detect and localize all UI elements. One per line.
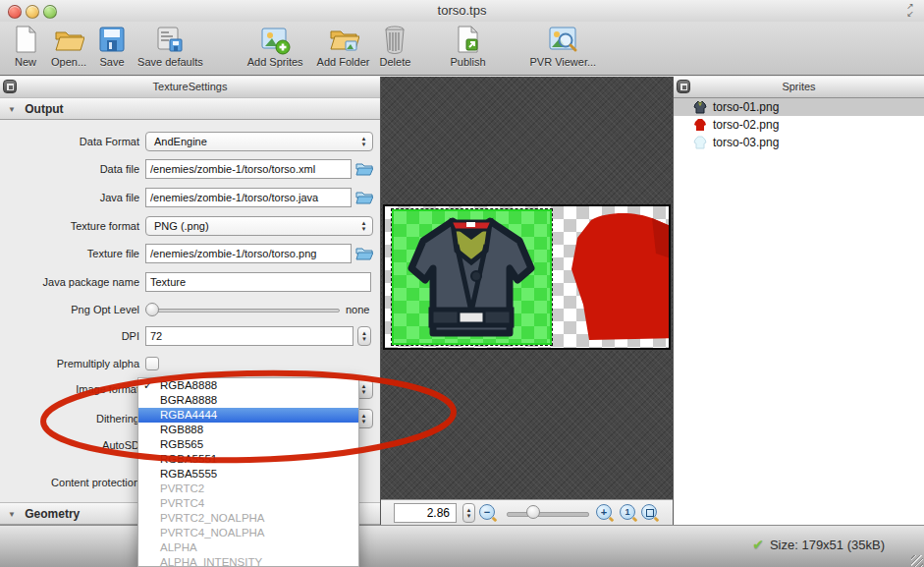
save-defaults-icon — [154, 24, 186, 55]
disclosure-triangle-icon: ▼ — [8, 503, 16, 526]
panel-title: TextureSettings — [153, 81, 228, 92]
png-opt-level-value: none — [346, 300, 369, 319]
texture-preview-area: ▲▼ − + 1 — [381, 77, 673, 525]
menu-item-rgb565[interactable]: RGB565 — [138, 437, 358, 452]
toolbar: New Open... Save Save defaults Add Sprit… — [0, 22, 924, 76]
zoom-in-button[interactable]: + — [596, 504, 612, 520]
zoom-fit-button[interactable] — [641, 504, 657, 520]
disclosure-triangle-icon: ▼ — [8, 98, 16, 121]
content-protection-label: Content protection — [0, 473, 139, 492]
new-document-icon — [10, 24, 41, 55]
detach-panel-icon[interactable] — [3, 80, 17, 93]
menu-item-rgba8888[interactable]: ✓ RGBA8888 — [138, 378, 358, 393]
panel-title: Sprites — [782, 81, 815, 92]
menu-item-pvrtc4: PVRTC4 — [138, 496, 358, 511]
detach-panel-icon[interactable] — [677, 80, 690, 93]
texture-format-row: Texture format PNG (.png) ▲▼ — [0, 216, 381, 236]
new-button[interactable]: New — [10, 24, 41, 68]
java-file-row: Java file — [0, 188, 381, 207]
delete-button[interactable]: Delete — [379, 24, 410, 68]
browse-folder-icon[interactable] — [355, 246, 373, 260]
sprite-torso-02[interactable] — [554, 210, 671, 348]
texture-format-label: Texture format — [0, 216, 139, 236]
texture-format-select[interactable]: PNG (.png) ▲▼ — [145, 216, 373, 236]
dpi-input[interactable] — [145, 326, 353, 346]
sprites-panel: Sprites torso-01.png torso-02.png torso-… — [673, 77, 924, 525]
success-check-icon: ✔ — [752, 537, 764, 552]
sprite-selection-marquee[interactable] — [391, 208, 553, 346]
png-opt-level-row: Png Opt Level none — [0, 300, 381, 319]
zoom-actual-size-button[interactable]: 1 — [620, 504, 635, 520]
checkmark-icon: ✓ — [143, 378, 152, 393]
data-file-label: Data file — [0, 159, 139, 179]
data-file-row: Data file — [0, 159, 381, 179]
save-floppy-icon — [96, 24, 128, 55]
dpi-row: DPI ▲▼ — [0, 326, 381, 346]
autosd-label: AutoSD — [0, 435, 139, 455]
open-button[interactable]: Open... — [51, 24, 86, 68]
menu-item-rgba4444[interactable]: RGBA4444 — [138, 408, 358, 423]
data-format-select[interactable]: AndEngine ▲▼ — [145, 132, 373, 151]
zoom-out-button[interactable]: − — [479, 504, 495, 520]
premultiply-alpha-checkbox[interactable] — [145, 357, 159, 370]
menu-item-pvrtc2-noalpha: PVRTC2_NOALPHA — [138, 511, 358, 526]
menu-item-rgba5551[interactable]: RGBA5551 — [138, 452, 358, 467]
save-defaults-button[interactable]: Save defaults — [137, 24, 203, 68]
output-section-header[interactable]: ▼ Output — [0, 97, 380, 120]
zoom-controls-bar: ▲▼ − + 1 — [381, 499, 673, 525]
trash-icon — [379, 24, 410, 55]
menu-item-alpha-intensity: ALPHA_INTENSITY — [138, 555, 358, 567]
zoom-value-input[interactable] — [394, 503, 457, 523]
menu-item-rgba5555[interactable]: RGBA5555 — [138, 467, 358, 482]
texture-size-status: ✔Size: 179x51 (35kB) — [752, 537, 885, 552]
combo-stepper-icon: ▲▼ — [357, 218, 370, 234]
texture-file-input[interactable] — [145, 244, 352, 263]
data-file-input[interactable] — [145, 159, 352, 179]
menu-item-alpha: ALPHA — [138, 540, 358, 555]
image-format-menu: ✓ RGBA8888 BGRA8888 RGBA4444 RGB888 RGB5… — [137, 377, 359, 567]
packed-texture-image[interactable] — [383, 204, 671, 350]
menu-item-pvrtc2: PVRTC2 — [138, 482, 358, 496]
zoom-stepper[interactable]: ▲▼ — [462, 503, 475, 523]
zoom-slider-knob[interactable] — [526, 505, 540, 519]
add-folder-button[interactable]: Add Folder — [317, 24, 370, 68]
window-resize-grip[interactable] — [911, 555, 923, 567]
open-folder-icon — [53, 24, 84, 55]
pvr-viewer-button[interactable]: PVR Viewer... — [530, 24, 597, 68]
png-opt-slider-knob[interactable] — [145, 303, 159, 316]
sprite-list-item[interactable]: torso-03.png — [674, 134, 924, 151]
java-package-row: Java package name — [0, 272, 381, 292]
sprites-panel-header: Sprites — [674, 77, 924, 98]
image-format-label: Image format — [0, 379, 139, 399]
publish-icon — [452, 24, 483, 55]
browse-folder-icon[interactable] — [355, 161, 373, 176]
dpi-stepper[interactable]: ▲▼ — [357, 326, 371, 346]
sprite-thumbnail-icon — [693, 100, 707, 114]
publish-button[interactable]: Publish — [450, 24, 485, 68]
sprite-thumbnail-icon — [693, 136, 707, 149]
fullscreen-icon[interactable]: ↗↙ — [902, 2, 918, 18]
premultiply-alpha-label: Premultiply alpha — [0, 354, 139, 373]
zoom-slider-track[interactable] — [507, 512, 589, 517]
java-package-input[interactable] — [145, 272, 371, 292]
data-format-row: Data Format AndEngine ▲▼ — [0, 132, 381, 151]
sprite-list-item[interactable]: torso-02.png — [674, 116, 924, 134]
java-file-input[interactable] — [145, 188, 352, 207]
sprite-torso-01[interactable] — [402, 211, 541, 345]
menu-item-rgb888[interactable]: RGB888 — [138, 423, 358, 437]
data-format-label: Data Format — [0, 132, 139, 151]
add-sprites-button[interactable]: Add Sprites — [247, 24, 303, 68]
java-package-label: Java package name — [0, 272, 139, 292]
browse-folder-icon[interactable] — [355, 190, 373, 204]
dpi-label: DPI — [0, 326, 139, 346]
save-button[interactable]: Save — [96, 24, 128, 68]
sprite-list-item[interactable]: torso-01.png — [674, 98, 924, 116]
dithering-label: Dithering — [0, 409, 139, 428]
combo-stepper-icon: ▲▼ — [357, 134, 370, 149]
premultiply-alpha-row: Premultiply alpha — [0, 354, 381, 373]
texture-file-label: Texture file — [0, 244, 139, 263]
menu-item-pvrtc4-noalpha: PVRTC4_NOALPHA — [138, 526, 358, 540]
png-opt-level-label: Png Opt Level — [0, 300, 139, 319]
menu-item-bgra8888[interactable]: BGRA8888 — [138, 393, 358, 408]
png-opt-slider-track[interactable] — [147, 309, 340, 312]
